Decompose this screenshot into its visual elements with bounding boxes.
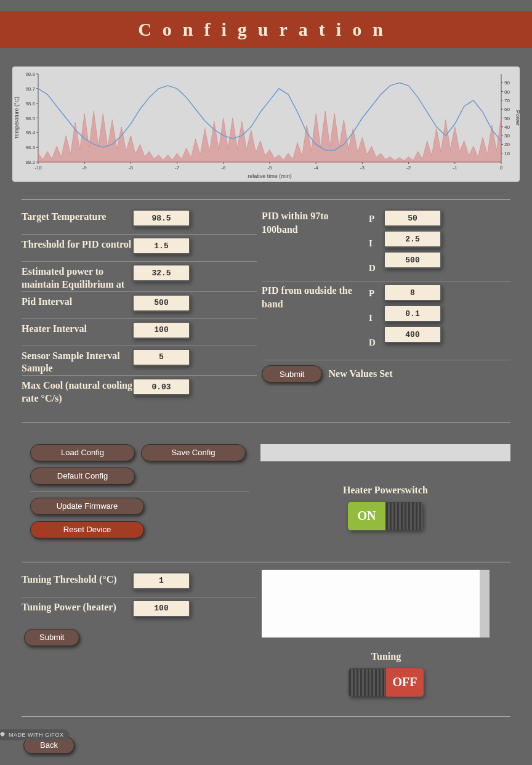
save-config-button[interactable]: Save Config bbox=[141, 444, 246, 461]
label-pid-interval: Pid Interval bbox=[22, 294, 132, 309]
config-status-box bbox=[260, 444, 510, 461]
svg-text:relative time (min): relative time (min) bbox=[248, 173, 292, 179]
svg-text:-5: -5 bbox=[267, 165, 272, 171]
label-sensor-interval: Sensor Sample Interval Sample bbox=[22, 349, 132, 376]
tuning-output-box bbox=[262, 570, 490, 638]
config-form: Target Temperature Threshold for PID con… bbox=[22, 207, 510, 405]
input-pid-within-i[interactable] bbox=[384, 230, 441, 248]
input-sensor-interval[interactable] bbox=[132, 349, 190, 366]
label-pid-within: PID within 97to 100band bbox=[262, 209, 366, 236]
svg-text:80: 80 bbox=[504, 89, 510, 95]
label-threshold-pid: Threshold for PID control bbox=[22, 237, 132, 251]
svg-text:40: 40 bbox=[504, 124, 510, 130]
pid-i-label: I bbox=[369, 309, 381, 327]
tuning-submit-button[interactable]: Submit bbox=[24, 629, 79, 646]
pid-i-label: I bbox=[369, 234, 381, 253]
svg-text:-10: -10 bbox=[34, 165, 42, 171]
switch-off-text: OFF bbox=[386, 668, 424, 697]
status-text: New Values Set bbox=[328, 368, 392, 379]
svg-text:-3: -3 bbox=[360, 165, 365, 171]
submit-button[interactable]: Submit bbox=[262, 365, 322, 382]
svg-text:20: 20 bbox=[504, 142, 510, 147]
tuning-switch[interactable]: OFF bbox=[349, 668, 424, 697]
pid-p-label: P bbox=[369, 209, 381, 228]
input-pid-outside-i[interactable] bbox=[384, 305, 441, 322]
svg-text:30: 30 bbox=[504, 133, 510, 139]
svg-text:70: 70 bbox=[504, 98, 510, 103]
input-tuning-threshold[interactable] bbox=[132, 572, 190, 589]
svg-text:50: 50 bbox=[504, 116, 510, 121]
svg-text:98.7: 98.7 bbox=[25, 86, 35, 92]
pid-d-label: D bbox=[369, 333, 381, 352]
input-tuning-power[interactable] bbox=[132, 600, 190, 617]
fox-icon bbox=[0, 731, 6, 739]
switch-handle bbox=[349, 668, 386, 697]
svg-text:-1: -1 bbox=[453, 165, 457, 171]
svg-text:10: 10 bbox=[504, 151, 510, 156]
switch-on-text: ON bbox=[348, 502, 385, 530]
svg-text:Temperature (°C): Temperature (°C) bbox=[14, 97, 20, 139]
label-target-temp: Target Temperature bbox=[22, 209, 132, 224]
input-pid-within-d[interactable] bbox=[384, 251, 441, 269]
svg-text:-7: -7 bbox=[175, 165, 180, 171]
svg-text:98.4: 98.4 bbox=[25, 130, 35, 136]
divider bbox=[22, 423, 510, 423]
input-pid-within-p[interactable] bbox=[384, 209, 441, 227]
input-heater-interval[interactable] bbox=[132, 322, 190, 339]
label-tuning-threshold: Tuning Threshold (°C) bbox=[22, 572, 132, 586]
label-pid-outside: PID from oudside the band bbox=[262, 284, 366, 310]
divider bbox=[22, 562, 510, 562]
tuning-switch-label: Tuning bbox=[262, 651, 510, 662]
gifox-badge: MADE WITH GIFOX bbox=[0, 729, 69, 740]
svg-text:98.5: 98.5 bbox=[25, 116, 35, 121]
heater-switch-label: Heater Powerswitch bbox=[260, 485, 510, 496]
svg-text:90: 90 bbox=[504, 80, 510, 86]
input-target-temp[interactable] bbox=[132, 209, 190, 227]
default-config-button[interactable]: Default Config bbox=[30, 467, 135, 485]
svg-text:98.8: 98.8 bbox=[25, 71, 35, 77]
svg-text:60: 60 bbox=[504, 107, 510, 112]
input-pid-interval[interactable] bbox=[132, 294, 190, 312]
header-bar: Configuration bbox=[0, 11, 532, 48]
pid-p-label: P bbox=[369, 284, 381, 302]
label-heater-interval: Heater Interval bbox=[22, 322, 132, 336]
temperature-power-chart: -10-9-8-7-6-5-4-3-2-1098.298.398.498.598… bbox=[12, 67, 520, 182]
svg-text:-4: -4 bbox=[314, 165, 319, 171]
svg-text:-8: -8 bbox=[129, 165, 134, 171]
input-pid-outside-p[interactable] bbox=[384, 284, 441, 301]
svg-text:-2: -2 bbox=[406, 165, 411, 171]
svg-text:-9: -9 bbox=[83, 165, 87, 171]
divider bbox=[22, 199, 510, 200]
switch-handle bbox=[385, 502, 423, 530]
input-pid-outside-d[interactable] bbox=[384, 326, 441, 343]
svg-text:98.2: 98.2 bbox=[25, 160, 35, 165]
label-equilibrium-power: Estimated power to maintain Equilibrium … bbox=[22, 264, 132, 291]
label-max-cool: Max Cool (natural cooling rate °C/s) bbox=[22, 378, 132, 405]
svg-text:0: 0 bbox=[500, 165, 503, 171]
update-firmware-button[interactable]: Update Firmware bbox=[30, 498, 144, 515]
page-title: Configuration bbox=[138, 19, 394, 40]
load-config-button[interactable]: Load Config bbox=[30, 444, 135, 461]
svg-text:Power: Power bbox=[515, 110, 520, 126]
heater-power-switch[interactable]: ON bbox=[348, 502, 423, 530]
label-tuning-power: Tuning Power (heater) bbox=[22, 600, 132, 614]
svg-text:98.3: 98.3 bbox=[25, 145, 35, 150]
svg-text:-6: -6 bbox=[221, 165, 226, 171]
svg-text:98.6: 98.6 bbox=[25, 101, 35, 107]
reset-device-button[interactable]: Reset Device bbox=[30, 521, 144, 538]
divider bbox=[22, 716, 510, 717]
input-equilibrium-power[interactable] bbox=[132, 264, 190, 281]
pid-d-label: D bbox=[369, 259, 381, 277]
input-max-cool[interactable] bbox=[132, 378, 190, 395]
chart-panel: -10-9-8-7-6-5-4-3-2-1098.298.398.498.598… bbox=[12, 67, 520, 182]
input-threshold-pid[interactable] bbox=[132, 237, 190, 254]
